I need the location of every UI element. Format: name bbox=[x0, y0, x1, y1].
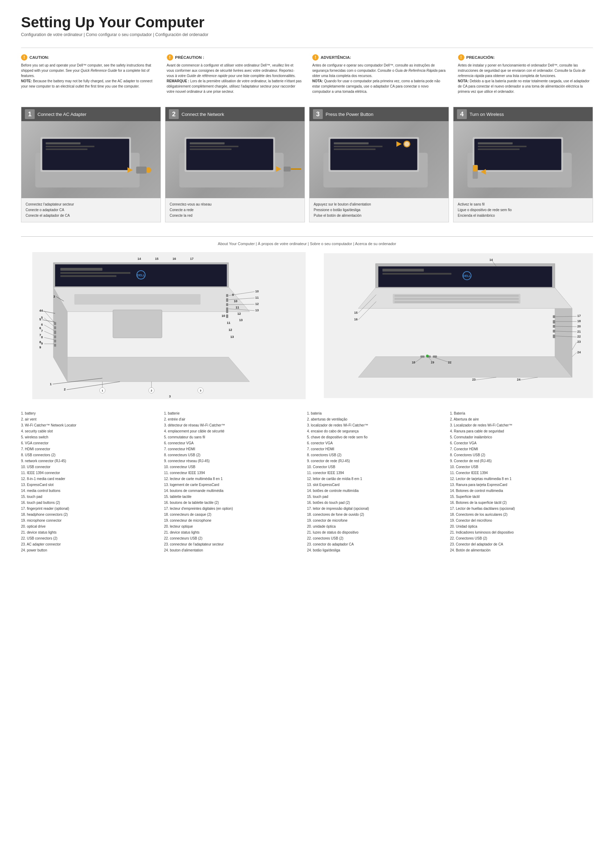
diagram-right: 14 15 16 17 18 20 21 22 bbox=[324, 252, 593, 400]
parts-item-es-13: 13. Ranura para tarjeta ExpressCard bbox=[450, 482, 588, 488]
about-title: About Your Computer | À propos de votre … bbox=[21, 242, 593, 246]
parts-item-en-7: 7. HDMI connector bbox=[21, 446, 159, 452]
svg-rect-45 bbox=[60, 275, 117, 277]
caution-block-4: ! PRECAUCIÓN: Antes de instalar y poner … bbox=[458, 54, 593, 94]
step-card-1: 1 Connect the AC Adapter bbox=[21, 107, 161, 222]
svg-rect-72 bbox=[54, 326, 56, 329]
svg-text:2: 2 bbox=[151, 389, 152, 392]
svg-text:17: 17 bbox=[190, 257, 193, 260]
caution-header-2: ! PRÉCAUTION : bbox=[167, 54, 302, 60]
svg-text:23: 23 bbox=[578, 340, 581, 344]
step-title-4: Turn on Wireless bbox=[469, 112, 504, 117]
caution-header-1: ! CAUTION: bbox=[21, 54, 156, 60]
parts-item-pt-10: 10. Conector USB bbox=[307, 464, 445, 470]
parts-item-pt-17: 17. leitor de impressão digital (opciona… bbox=[307, 505, 445, 512]
svg-rect-33 bbox=[478, 149, 519, 150]
parts-item-es-17: 17. Lector de huellas dactilares (opcion… bbox=[450, 505, 588, 512]
caution-block-3: ! ADVERTÊNCIA: Antes de configurar e ope… bbox=[312, 54, 448, 94]
svg-rect-24 bbox=[334, 149, 375, 150]
parts-item-fr-17: 17. lecteur d'empreintes digitales (en o… bbox=[164, 505, 302, 512]
caution-block-1: ! CAUTION: Before you set up and operate… bbox=[21, 54, 156, 94]
step-header-4: 4 Turn on Wireless bbox=[454, 107, 592, 121]
svg-text:7: 7 bbox=[41, 329, 43, 333]
svg-marker-118 bbox=[359, 357, 572, 377]
caution-icon-2: ! bbox=[167, 54, 173, 60]
svg-text:15: 15 bbox=[155, 257, 159, 260]
parts-item-pt-18: 18. conectores de fone de ouvido (2) bbox=[307, 512, 445, 518]
parts-item-es-2: 2. Abertura de aire bbox=[450, 416, 588, 422]
parts-item-fr-3: 3. détecteur de réseau Wi-Fi Catcher™ bbox=[164, 422, 302, 428]
svg-rect-131 bbox=[553, 325, 555, 328]
svg-rect-14 bbox=[190, 146, 238, 147]
parts-item-es-1: 1. Batería bbox=[450, 410, 588, 416]
step-caption-3: Appuyez sur le bouton d'alimentation Pre… bbox=[309, 198, 449, 222]
parts-item-fr-7: 7. connecteur HDMI bbox=[164, 446, 302, 452]
caution-block-2: ! PRÉCAUTION : Avant de commencer à conf… bbox=[167, 54, 302, 94]
laptop-diagram-right-svg: 14 15 16 17 18 20 21 22 bbox=[324, 252, 593, 399]
step-number-1: 1 bbox=[25, 109, 35, 119]
svg-text:12: 12 bbox=[229, 328, 232, 332]
parts-item-es-18: 18. Conectores de los auriculares (2) bbox=[450, 512, 588, 518]
parts-item-fr-10: 10. connecteur USB bbox=[164, 464, 302, 470]
parts-item-es-9: 9. Conector de red (RJ-45) bbox=[450, 458, 588, 464]
parts-column-portuguese: 1. bateria 2. aberturas de ventilação 3.… bbox=[307, 410, 450, 553]
parts-item-fr-21: 21. device status lights bbox=[164, 529, 302, 535]
parts-item-en-2: 2. air vent bbox=[21, 416, 159, 422]
parts-column-spanish: 1. Batería 2. Abertura de aire 3. Locali… bbox=[450, 410, 593, 553]
parts-item-pt-1: 1. bateria bbox=[307, 410, 445, 416]
svg-rect-35 bbox=[473, 165, 478, 172]
svg-text:9: 9 bbox=[41, 342, 43, 345]
svg-rect-71 bbox=[54, 322, 56, 325]
svg-point-163 bbox=[426, 355, 429, 358]
parts-item-es-20: 20. Unidad óptica bbox=[450, 524, 588, 529]
laptop-diagram-left-svg: 1 2 3 4 5 6 7 bbox=[21, 252, 317, 399]
page-subtitle: Configuration de votre ordinateur | Como… bbox=[21, 32, 593, 37]
svg-rect-31 bbox=[478, 142, 512, 144]
parts-item-es-23: 23. Conector del adaptador de CA bbox=[450, 541, 588, 547]
svg-rect-80 bbox=[226, 307, 228, 313]
parts-item-fr-13: 13. logement de carte ExpressCard bbox=[164, 482, 302, 488]
parts-item-en-6: 6. VGA connector bbox=[21, 440, 159, 446]
about-diagrams: 1 2 3 4 5 6 7 bbox=[21, 252, 593, 400]
svg-rect-5 bbox=[45, 149, 87, 150]
parts-item-en-23: 23. AC adapter connector bbox=[21, 541, 159, 547]
step-caption-1: Connectez l'adaptateur secteur Conecte o… bbox=[22, 198, 160, 222]
parts-item-pt-21: 21. luzes de status do dispositivo bbox=[307, 529, 445, 535]
parts-item-es-14: 14. Botones de control multimedia bbox=[450, 488, 588, 494]
caution-header-3: ! ADVERTÊNCIA: bbox=[312, 54, 448, 60]
parts-item-pt-16: 16. botões do touch pad (2) bbox=[307, 500, 445, 505]
parts-item-fr-14: 14. boutons de commande multimédia bbox=[164, 488, 302, 494]
svg-rect-8 bbox=[136, 167, 147, 174]
parts-item-en-22: 22. USB connectors (2) bbox=[21, 535, 159, 541]
step-number-3: 3 bbox=[313, 109, 323, 119]
parts-item-pt-24: 24. botão liga/desliga bbox=[307, 547, 445, 553]
svg-text:3: 3 bbox=[169, 395, 171, 398]
parts-item-en-20: 20. optical drive bbox=[21, 524, 159, 529]
step-title-1: Connect the AC Adapter bbox=[37, 112, 86, 117]
svg-rect-124 bbox=[383, 273, 452, 274]
svg-rect-127 bbox=[395, 298, 519, 300]
svg-text:2: 2 bbox=[64, 388, 65, 391]
diagram-left: 1 2 3 4 5 6 7 bbox=[21, 252, 317, 400]
svg-rect-130 bbox=[553, 320, 555, 324]
svg-marker-38 bbox=[53, 357, 250, 382]
svg-text:10: 10 bbox=[221, 314, 225, 318]
caution-icon-3: ! bbox=[312, 54, 319, 60]
svg-text:11: 11 bbox=[236, 306, 239, 309]
step-svg-3 bbox=[309, 121, 449, 198]
parts-item-fr-11: 11. connecteur IEEE 1394 bbox=[164, 470, 302, 476]
parts-item-fr-15: 15. tablette tactile bbox=[164, 494, 302, 500]
step-number-2: 2 bbox=[169, 109, 179, 119]
parts-item-en-19: 19. microphone connector bbox=[21, 518, 159, 524]
parts-item-es-6: 6. Conector VGA bbox=[450, 440, 588, 446]
parts-lists: 1. battery 2. air vent 3. Wi-Fi Catcher™… bbox=[21, 410, 593, 553]
parts-item-es-21: 21. Indicadores luminosos del dispositiv… bbox=[450, 529, 588, 535]
caution-title-2: PRÉCAUTION : bbox=[175, 54, 204, 60]
parts-item-fr-9: 9. connecteur réseau (RJ-45) bbox=[164, 458, 302, 464]
parts-item-es-7: 7. Conector HDMI bbox=[450, 446, 588, 452]
svg-rect-13 bbox=[190, 142, 224, 144]
svg-rect-129 bbox=[553, 315, 555, 318]
svg-text:23: 23 bbox=[473, 378, 476, 381]
svg-text:1: 1 bbox=[102, 389, 103, 392]
step-title-2: Connect the Network bbox=[182, 112, 224, 117]
